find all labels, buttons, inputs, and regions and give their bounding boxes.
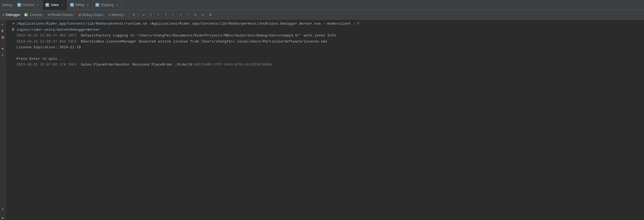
- console-text-4: 2019-10-21 21:06:37.944 INFO NServiceBus…: [16, 39, 644, 44]
- side-play-btn[interactable]: ▶: [1, 22, 5, 26]
- toolbar-console[interactable]: ▶ Console ▸: [23, 11, 46, 19]
- shipping-icon: [95, 3, 99, 7]
- side-icon-4[interactable]: ◉: [1, 46, 5, 50]
- toolbar-btn-up-frame[interactable]: ⬆: [147, 11, 154, 18]
- sales-icon: [45, 3, 49, 7]
- toolbar-memory-label: Memory: [112, 13, 124, 17]
- debug-output-arrow: ▸: [103, 13, 105, 16]
- toolbar-debug-output[interactable]: ▣ Debug Output ▸: [77, 11, 106, 19]
- toolbar-btn-step-out[interactable]: ⬇: [162, 11, 169, 18]
- console-line-6: [5, 50, 644, 56]
- console-line-3: 2019-10-21 21:06:37.493 INFO DefaultFact…: [5, 33, 644, 39]
- toolbar-memory[interactable]: ⊙ Memory ▸: [107, 11, 127, 19]
- tab-billing-close[interactable]: ×: [86, 3, 90, 7]
- toolbar-debugger-label: Debugger: [6, 13, 20, 17]
- toolbar-btn-cancel1[interactable]: ✕: [192, 11, 199, 18]
- tab-shipping[interactable]: Shipping ×: [93, 0, 122, 10]
- debugger-icon: ▶: [3, 13, 5, 16]
- console-icon: ▶: [24, 13, 28, 16]
- tab-bar: Debug: ClientUI × Sales × Billing × Ship…: [0, 0, 644, 10]
- toolbar-btn-step-into[interactable]: ⬆: [177, 11, 184, 18]
- console-text-5: License Expiration: 2019-11-19: [16, 45, 644, 50]
- console-text-8: 2019-10-21 21:07:02.174 INFO Sales.Place…: [16, 62, 644, 67]
- toolbar-parallel-stacks-label: Parallel Stacks: [51, 13, 73, 17]
- toolbar-btn-step-over[interactable]: ⇩: [170, 11, 177, 18]
- toolbar-btn-step-into2[interactable]: ⇧: [184, 11, 191, 18]
- console-arrow: ▸: [43, 13, 44, 16]
- toolbar-btn-grid[interactable]: ⊡: [207, 11, 214, 18]
- toolbar-parallel-stacks[interactable]: ⊞ Parallel Stacks ▸: [46, 11, 76, 19]
- console-text-6: [16, 51, 644, 56]
- billing-icon: [70, 3, 74, 7]
- tab-clientui-close[interactable]: ×: [36, 3, 40, 7]
- tab-sales[interactable]: Sales ×: [43, 0, 67, 10]
- side-icon-5[interactable]: ◎: [1, 53, 5, 57]
- memory-arrow: ▸: [124, 13, 126, 16]
- toolbar-debug-output-label: Debug Output: [82, 13, 103, 17]
- toolbar-btn-down-frame[interactable]: ⬇: [155, 11, 162, 18]
- tab-billing[interactable]: Billing ×: [67, 0, 93, 10]
- toolbar-btn-back[interactable]: ◂: [140, 11, 147, 18]
- toolbar-sep-1: [129, 12, 129, 18]
- console-line-8: 2019-10-21 21:07:02.174 INFO Sales.Place…: [5, 62, 644, 68]
- tab-shipping-close[interactable]: ×: [115, 3, 119, 7]
- debug-label: Debug:: [2, 3, 13, 7]
- gutter-2: 🗑: [5, 27, 16, 32]
- debug-toolbar: ▶ Debugger ▶ Console ▸ ⊞ Parallel Stacks…: [0, 10, 644, 20]
- tab-clientui-label: ClientUI: [23, 3, 34, 7]
- parallel-stacks-icon: ⊞: [48, 13, 50, 16]
- delete-icon: 🗑: [12, 27, 15, 32]
- gutter-1: ▶: [5, 21, 16, 26]
- memory-icon: ⊙: [109, 13, 111, 16]
- parallel-stacks-arrow: ▸: [73, 13, 74, 16]
- tab-shipping-label: Shipping: [101, 3, 113, 7]
- console-line-5: License Expiration: 2019-11-19: [5, 44, 644, 50]
- side-icons-panel: ▶ 🗑 ◉ ◎ ⚙ ◆: [0, 20, 5, 220]
- main-layout: ▶ 🗑 ◉ ◎ ⚙ ◆ ▶ /Applications/Rider.app/Co…: [0, 20, 644, 220]
- console-line-1: ▶ /Applications/Rider.app/Contents/lib/R…: [5, 21, 644, 27]
- side-breakpoint-btn[interactable]: [1, 35, 5, 40]
- debug-output-icon: ▣: [78, 13, 81, 17]
- toolbar-debugger[interactable]: ▶ Debugger: [1, 11, 22, 19]
- tab-billing-label: Billing: [75, 3, 84, 7]
- toolbar-console-label: Console: [30, 13, 42, 17]
- play-arrow-icon: ▶: [13, 21, 15, 26]
- toolbar-sep-2: [138, 12, 139, 18]
- toolbar-btn-menu[interactable]: ≡: [130, 11, 137, 18]
- console-line-7: Press Enter to quit...: [5, 56, 644, 62]
- console-text-1: /Applications/Rider.app/Contents/lib/ReS…: [16, 21, 644, 27]
- side-icon-7[interactable]: ◆: [1, 216, 5, 220]
- console-output[interactable]: ▶ /Applications/Rider.app/Contents/lib/R…: [5, 20, 644, 220]
- console-line-4: 2019-10-21 21:06:37.944 INFO NServiceBus…: [5, 39, 644, 45]
- toolbar-action-group: ≡ ◂ ⬆ ⬇ ⬇ ⇩ ⬆ ⇧ ✕ ✕ ⊡: [130, 11, 214, 18]
- tab-sales-close[interactable]: ×: [60, 3, 64, 7]
- console-text-7: Press Enter to quit...: [16, 56, 644, 62]
- clientui-icon: [17, 3, 21, 7]
- tab-sales-label: Sales: [51, 3, 59, 7]
- console-text-2: lugins/rider-unity/dotnetDebuggerWorker: [16, 27, 644, 33]
- console-line-2: 🗑 lugins/rider-unity/dotnetDebuggerWorke…: [5, 27, 644, 33]
- tab-clientui[interactable]: ClientUI ×: [15, 0, 43, 10]
- side-delete-btn[interactable]: 🗑: [1, 29, 5, 33]
- toolbar-btn-cancel2[interactable]: ✕: [199, 11, 206, 18]
- console-text-3: 2019-10-21 21:06:37.493 INFO DefaultFact…: [16, 33, 644, 38]
- side-icon-6[interactable]: ⚙: [1, 207, 5, 211]
